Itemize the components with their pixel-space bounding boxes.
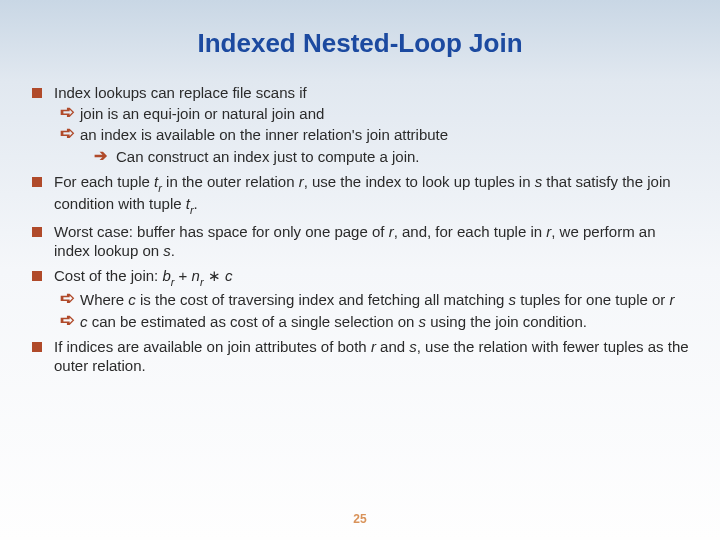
frag: tuples for one tuple or [516,291,669,308]
sub-text: Where c is the cost of traversing index … [80,290,692,309]
square-bullet-icon [32,271,42,281]
frag: For each tuple [54,173,154,190]
var-s: s [509,291,517,308]
var-s: s [163,242,171,259]
sub-text: join is an equi-join or natural join and [80,104,692,123]
var-n: n [192,267,200,284]
var-b: b [162,267,170,284]
slide-title: Indexed Nested-Loop Join [28,28,692,59]
sub-r: r [171,276,175,288]
arrow-down-icon: ➪ [60,103,78,122]
var-c: c [225,267,233,284]
square-bullet-icon [32,227,42,237]
sub-r: r [190,204,194,216]
frag: is the cost of traversing index and fetc… [136,291,509,308]
arrow-down-icon: ➪ [60,124,78,143]
frag: and [376,338,409,355]
bullet-1-sub-1: ➪ join is an equi-join or natural join a… [60,104,692,123]
slide-content: Index lookups can replace file scans if … [28,83,692,375]
frag: Cost of the join: [54,267,162,284]
arrow-right-icon: ➔ [94,147,114,166]
frag: , and, for each tuple in [394,223,547,240]
frag: ∗ [204,267,225,284]
bullet-4-sub-2: ➪ c can be estimated as cost of a single… [60,312,692,331]
bullet-text: Worst case: buffer has space for only on… [54,222,692,260]
var-r: r [670,291,675,308]
arrow-down-icon: ➪ [60,289,78,308]
sub-r: r [158,182,162,194]
bullet-1: Index lookups can replace file scans if [32,83,692,102]
bullet-3: Worst case: buffer has space for only on… [32,222,692,260]
subsub-text: Can construct an index just to compute a… [116,147,692,166]
frag: , use the index to look up tuples in [304,173,535,190]
frag: + [174,267,191,284]
bullet-1-subsub-1: ➔ Can construct an index just to compute… [94,147,692,166]
sub-text: c can be estimated as cost of a single s… [80,312,692,331]
var-c: c [128,291,136,308]
frag: Where [80,291,128,308]
bullet-1-sub-2: ➪ an index is available on the inner rel… [60,125,692,144]
frag: . [171,242,175,259]
bullet-4-sub-1: ➪ Where c is the cost of traversing inde… [60,290,692,309]
bullet-text: If indices are available on join attribu… [54,337,692,375]
frag: using the join condition. [426,313,587,330]
var-s: s [409,338,417,355]
page-number: 25 [0,512,720,526]
square-bullet-icon [32,177,42,187]
square-bullet-icon [32,88,42,98]
frag: . [194,195,198,212]
bullet-text: Cost of the join: br + nr ∗ c [54,266,692,288]
sub-text: an index is available on the inner relat… [80,125,692,144]
frag: If indices are available on join attribu… [54,338,371,355]
bullet-2: For each tuple tr in the outer relation … [32,172,692,216]
bullet-text: For each tuple tr in the outer relation … [54,172,692,216]
var-s: s [419,313,427,330]
bullet-text: Index lookups can replace file scans if [54,83,692,102]
arrow-down-icon: ➪ [60,311,78,330]
frag: in the outer relation [162,173,299,190]
var-c: c [80,313,88,330]
frag: can be estimated as cost of a single sel… [88,313,419,330]
sub-r: r [200,276,204,288]
bullet-5: If indices are available on join attribu… [32,337,692,375]
square-bullet-icon [32,342,42,352]
bullet-4: Cost of the join: br + nr ∗ c [32,266,692,288]
frag: Worst case: buffer has space for only on… [54,223,389,240]
